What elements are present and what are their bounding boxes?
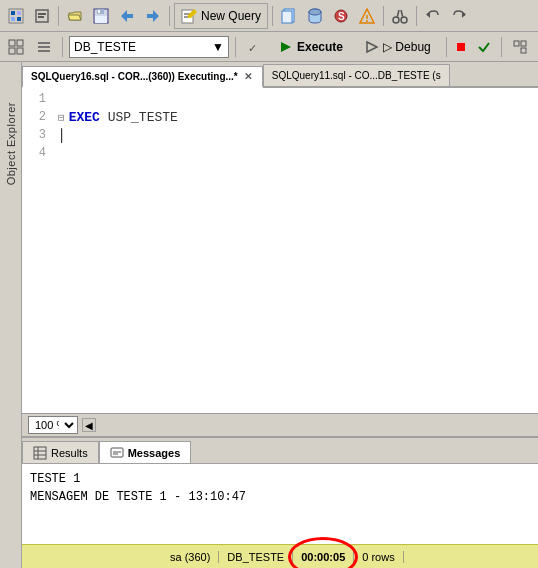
separator-8 (446, 37, 447, 57)
toolbar-btn-grid[interactable] (4, 34, 28, 60)
status-rows: 0 rows (354, 551, 403, 563)
tab-sqlquery16[interactable]: SQLQuery16.sql - COR...(360)) Executing.… (22, 66, 263, 88)
zoom-left-arrow[interactable]: ◀ (82, 418, 96, 432)
debug-label: ▷ Debug (383, 40, 431, 54)
svg-point-21 (309, 9, 321, 15)
zoom-selector[interactable]: 100 % (28, 416, 78, 434)
status-database: DB_TESTE (219, 551, 293, 563)
results-panel: Results Messages TESTE 1 MENSAGEM DE TES… (22, 437, 538, 544)
separator-2 (169, 6, 170, 26)
messages-icon (110, 446, 124, 460)
toolbar-btn-more[interactable] (508, 34, 532, 60)
svg-rect-19 (282, 11, 292, 23)
tab-bar: SQLQuery16.sql - COR...(360)) Executing.… (22, 62, 538, 88)
svg-point-26 (366, 20, 368, 22)
exec-keyword: EXEC (69, 110, 100, 125)
execute-button[interactable]: Execute (270, 35, 352, 59)
left-sidebar: Object Explorer (0, 62, 22, 568)
toolbar-btn-nav1[interactable] (115, 3, 139, 29)
toolbar-btn-open[interactable] (63, 3, 87, 29)
toolbar-btn-extra[interactable]: S (329, 3, 353, 29)
toolbar-top: New Query S (0, 0, 538, 32)
line-content-3: │ (54, 128, 538, 143)
toolbar-btn-copy[interactable] (277, 3, 301, 29)
status-timer-segment: 00:00:05 (293, 551, 354, 563)
svg-rect-45 (521, 48, 526, 53)
svg-marker-12 (121, 10, 133, 22)
status-bar: sa (360) DB_TESTE 00:00:05 0 rows (22, 544, 538, 568)
proc-name: USP_TESTE (108, 110, 178, 125)
svg-rect-1 (11, 11, 15, 15)
svg-marker-41 (281, 42, 291, 52)
svg-line-30 (401, 10, 403, 18)
results-tab-label: Results (51, 447, 88, 459)
toolbar-btn-undo[interactable] (421, 3, 445, 29)
svg-marker-13 (147, 10, 159, 22)
execute-label: Execute (297, 40, 343, 54)
tab-close-1[interactable]: ✕ (242, 71, 254, 82)
toolbar-btn-check2[interactable] (473, 34, 495, 60)
svg-rect-34 (17, 40, 23, 46)
sql-editor[interactable]: 1 2 ⊟EXEC USP_TESTE 3 │ 4 (22, 88, 538, 413)
svg-point-28 (401, 17, 407, 23)
line-content-2: ⊟EXEC USP_TESTE (54, 110, 538, 125)
toolbar-btn-db[interactable] (303, 3, 327, 29)
svg-rect-46 (34, 447, 46, 459)
toolbar-btn-1[interactable] (4, 3, 28, 29)
line-num-4: 4 (22, 146, 54, 160)
stop-button[interactable] (453, 34, 469, 60)
tab-sqlquery11[interactable]: SQLQuery11.sql - CO...DB_TESTE (s (263, 64, 450, 86)
toolbar-btn-extra2[interactable] (355, 3, 379, 29)
svg-rect-5 (36, 10, 48, 22)
results-content: TESTE 1 MENSAGEM DE TESTE 1 - 13:10:47 (22, 464, 538, 544)
dropdown-arrow: ▼ (212, 40, 224, 54)
toolbar-btn-save[interactable] (89, 3, 113, 29)
toolbar-btn-nav2[interactable] (141, 3, 165, 29)
toolbar-btn-2[interactable] (30, 3, 54, 29)
result-line-1: TESTE 1 (30, 470, 530, 488)
results-tab-results[interactable]: Results (22, 441, 99, 463)
line-num-3: 3 (22, 128, 54, 142)
database-name: DB_TESTE (74, 40, 136, 54)
zoom-bar: 100 % ◀ (22, 413, 538, 437)
content-area: SQLQuery16.sql - COR...(360)) Executing.… (22, 62, 538, 568)
svg-rect-33 (9, 40, 15, 46)
exec-indicator: ⊟ (58, 112, 65, 124)
toolbar-btn-check[interactable]: ✓ (242, 34, 266, 60)
editor-line-3: 3 │ (22, 128, 538, 146)
database-selector[interactable]: DB_TESTE ▼ (69, 36, 229, 58)
messages-tab-label: Messages (128, 447, 181, 459)
svg-rect-11 (95, 16, 107, 23)
svg-point-27 (393, 17, 399, 23)
status-timer: 00:00:05 (301, 551, 345, 563)
separator-3 (272, 6, 273, 26)
toolbar-btn-cut[interactable] (388, 3, 412, 29)
svg-rect-35 (9, 48, 15, 54)
new-query-button[interactable]: New Query (174, 3, 268, 29)
editor-line-2: 2 ⊟EXEC USP_TESTE (22, 110, 538, 128)
new-query-label: New Query (201, 9, 261, 23)
svg-text:✓: ✓ (248, 42, 257, 54)
svg-rect-2 (17, 11, 21, 15)
svg-rect-3 (11, 17, 15, 21)
toolbar-btn-redo[interactable] (447, 3, 471, 29)
line-num-2: 2 (22, 110, 54, 124)
stop-icon (457, 43, 465, 51)
toolbar-second: DB_TESTE ▼ ✓ Execute ▷ Debug (0, 32, 538, 62)
toolbar-btn-list[interactable] (32, 34, 56, 60)
separator-6 (62, 37, 63, 57)
object-explorer-label: Object Explorer (5, 102, 17, 185)
svg-rect-36 (17, 48, 23, 54)
results-tab-messages[interactable]: Messages (99, 441, 192, 463)
svg-rect-10 (98, 10, 100, 13)
separator-5 (416, 6, 417, 26)
result-line-2: MENSAGEM DE TESTE 1 - 13:10:47 (30, 488, 530, 506)
svg-text:S: S (338, 11, 345, 22)
main-area: Object Explorer SQLQuery16.sql - COR...(… (0, 62, 538, 568)
svg-rect-4 (17, 17, 21, 21)
separator-7 (235, 37, 236, 57)
grid-icon (33, 446, 47, 460)
debug-button[interactable]: ▷ Debug (356, 35, 440, 59)
svg-line-29 (397, 10, 399, 18)
status-connection: sa (360) (162, 551, 219, 563)
